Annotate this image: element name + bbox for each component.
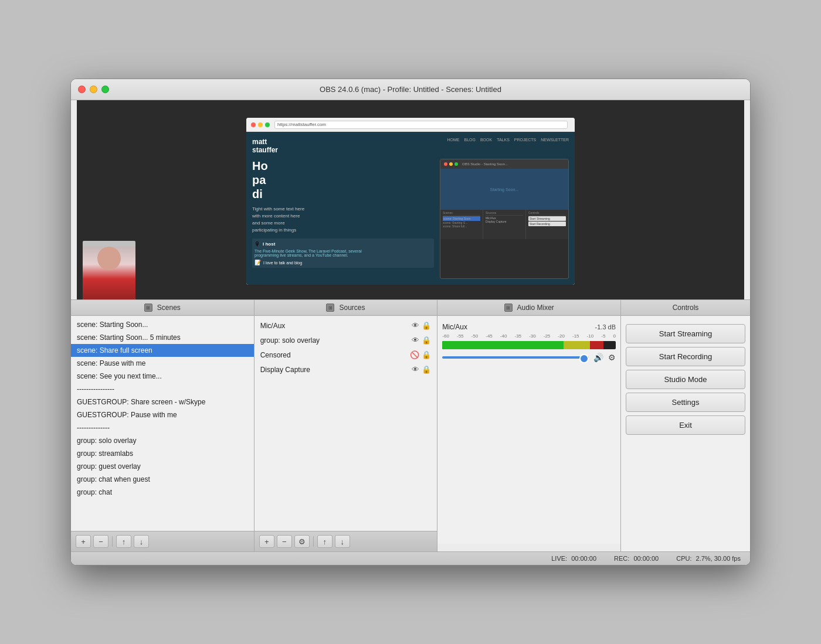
scene-item-0[interactable]: scene: Starting Soon... bbox=[71, 318, 254, 331]
label-5: -5 bbox=[601, 333, 605, 339]
scene-item-8[interactable]: -------------- bbox=[71, 421, 254, 434]
host-label: I host bbox=[263, 241, 275, 247]
source-item-0[interactable]: Mic/Aux 👁 🔒 bbox=[255, 318, 437, 333]
n-scene-item: scene: Starting Soon bbox=[443, 216, 480, 221]
label-30: -30 bbox=[529, 333, 536, 339]
scene-item-5[interactable]: ---------------- bbox=[71, 383, 254, 396]
scenes-down-icon: ↓ bbox=[140, 537, 144, 546]
sources-remove-button[interactable]: − bbox=[277, 535, 292, 548]
source-item-3[interactable]: Display Capture 👁 🔒 bbox=[255, 362, 437, 377]
scene-item-12[interactable]: group: chat when guest bbox=[71, 473, 254, 486]
n-ctrl-stream: Start Streaming bbox=[528, 216, 566, 221]
obs-window: OBS 24.0.6 (mac) - Profile: Untitled - S… bbox=[70, 79, 751, 565]
host-desc: The Five-Minute Geek Show, The Laravel P… bbox=[255, 249, 432, 257]
scene-item-10[interactable]: group: streamlabs bbox=[71, 447, 254, 460]
scene-item-4[interactable]: scene: See you next time... bbox=[71, 370, 254, 383]
browser-url: https://mattstauffer.com bbox=[274, 121, 568, 129]
maximize-button[interactable] bbox=[101, 86, 109, 93]
host-row: 🎙 I host bbox=[255, 241, 432, 247]
source-lock-icon-2[interactable]: 🔒 bbox=[422, 350, 431, 359]
hero-text: Hopadi bbox=[252, 159, 434, 201]
scenes-up-button[interactable]: ↑ bbox=[116, 535, 131, 548]
settings-button[interactable]: Settings bbox=[626, 393, 745, 412]
sources-settings-icon: ⚙ bbox=[298, 537, 306, 546]
label-10: -10 bbox=[587, 333, 594, 339]
sources-add-icon: + bbox=[264, 537, 269, 546]
scenes-list[interactable]: scene: Starting Soon...scene: Starting S… bbox=[71, 316, 254, 531]
audio-track-header: Mic/Aux -1.3 dB bbox=[442, 323, 616, 331]
meter-red bbox=[590, 341, 604, 349]
nav-home: HOME bbox=[447, 138, 459, 151]
webcam-image bbox=[83, 247, 135, 299]
audio-meter bbox=[442, 341, 616, 349]
live-time: 00:00:00 bbox=[571, 555, 596, 562]
scenes-down-button[interactable]: ↓ bbox=[134, 535, 149, 548]
source-lock-icon-1[interactable]: 🔒 bbox=[422, 336, 431, 345]
audio-meter-bar bbox=[442, 341, 616, 349]
start-streaming-button[interactable]: Start Streaming bbox=[626, 324, 745, 343]
source-lock-icon-0[interactable]: 🔒 bbox=[422, 321, 431, 330]
mute-button[interactable]: 🔊 bbox=[593, 353, 603, 362]
scene-item-11[interactable]: group: guest overlay bbox=[71, 460, 254, 473]
audio-mixer-header: ⊞ Audio Mixer bbox=[437, 300, 620, 316]
start-recording-button[interactable]: Start Recording bbox=[626, 347, 745, 366]
sources-settings-button[interactable]: ⚙ bbox=[294, 535, 310, 548]
hero-sub: Tight with some text herewith more conte… bbox=[252, 206, 434, 234]
person-head bbox=[97, 247, 121, 270]
source-lock-icon-3[interactable]: 🔒 bbox=[422, 365, 431, 374]
label-40: -40 bbox=[500, 333, 507, 339]
sources-up-button[interactable]: ↑ bbox=[317, 535, 333, 548]
mic-icon: 🎙 bbox=[255, 241, 260, 247]
source-visible-icon-3[interactable]: 👁 bbox=[412, 365, 419, 374]
exit-button[interactable]: Exit bbox=[626, 415, 745, 435]
scene-item-6[interactable]: GUESTGROUP: Share screen - w/Skype bbox=[71, 396, 254, 408]
minimize-button[interactable] bbox=[90, 86, 97, 93]
scenes-add-button[interactable]: + bbox=[76, 535, 91, 548]
live-label: LIVE: bbox=[551, 555, 567, 562]
label-0: 0 bbox=[613, 333, 615, 339]
audio-controls-row: 🔊 ⚙ bbox=[442, 353, 616, 362]
live-status: LIVE: 00:00:00 bbox=[551, 555, 596, 562]
audio-settings-button[interactable]: ⚙ bbox=[608, 353, 616, 362]
label-55: -55 bbox=[457, 333, 464, 339]
scene-item-3[interactable]: scene: Pause with me bbox=[71, 357, 254, 370]
cpu-value: 2.7%, 30.00 fps bbox=[696, 555, 741, 562]
sources-add-button[interactable]: + bbox=[259, 535, 274, 548]
sources-header-icon: ⊞ bbox=[326, 304, 334, 312]
controls-panel: Controls Start StreamingStart RecordingS… bbox=[621, 300, 750, 551]
source-icons-0: 👁 🔒 bbox=[412, 321, 431, 330]
browser-mockup: https://mattstauffer.com mattstauffer HO… bbox=[246, 118, 575, 285]
volume-slider[interactable] bbox=[442, 356, 589, 359]
host-section: 🎙 I host The Five-Minute Geek Show, The … bbox=[252, 238, 434, 268]
scene-item-2[interactable]: scene: Share full screen bbox=[71, 344, 254, 357]
studio-mode-button[interactable]: Studio Mode bbox=[626, 370, 745, 389]
titlebar-buttons bbox=[78, 86, 109, 93]
cpu-label: CPU: bbox=[676, 555, 691, 562]
cpu-status: CPU: 2.7%, 30.00 fps bbox=[676, 555, 741, 562]
sources-down-button[interactable]: ↓ bbox=[335, 535, 350, 548]
scenes-title: Scenes bbox=[157, 304, 181, 312]
scene-item-1[interactable]: scene: Starting Soon... 5 minutes bbox=[71, 331, 254, 344]
source-visible-icon-2[interactable]: 🚫 bbox=[410, 350, 419, 359]
close-button[interactable] bbox=[78, 86, 86, 93]
scenes-toolbar: + − ↑ ↓ bbox=[71, 531, 254, 551]
scenes-remove-icon: − bbox=[99, 537, 103, 546]
controls-content: Start StreamingStart RecordingStudio Mod… bbox=[621, 316, 750, 551]
bottom-panels: ⊞ Scenes scene: Starting Soon...scene: S… bbox=[71, 299, 750, 551]
scene-item-7[interactable]: GUESTGROUP: Pause with me bbox=[71, 408, 254, 421]
label-35: -35 bbox=[514, 333, 521, 339]
source-label-0: Mic/Aux bbox=[260, 322, 286, 330]
source-item-2[interactable]: Censored 🚫 🔒 bbox=[255, 347, 437, 362]
sources-list[interactable]: Mic/Aux 👁 🔒 group: solo overlay 👁 🔒 Cens… bbox=[255, 316, 437, 531]
scene-item-13[interactable]: group: chat bbox=[71, 486, 254, 499]
scene-item-9[interactable]: group: solo overlay bbox=[71, 434, 254, 447]
source-visible-icon-1[interactable]: 👁 bbox=[412, 336, 419, 345]
source-visible-icon-0[interactable]: 👁 bbox=[412, 321, 419, 330]
source-item-1[interactable]: group: solo overlay 👁 🔒 bbox=[255, 333, 437, 347]
audio-mixer-panel: ⊞ Audio Mixer Mic/Aux -1.3 dB -60 bbox=[437, 300, 621, 551]
n-controls: Controls Start Streaming Start Recording bbox=[526, 210, 568, 239]
meter-yellow bbox=[564, 341, 589, 349]
nested-preview-text: Starting Soon... bbox=[490, 188, 518, 192]
scenes-up-icon: ↑ bbox=[122, 537, 126, 546]
scenes-remove-button[interactable]: − bbox=[93, 535, 108, 548]
